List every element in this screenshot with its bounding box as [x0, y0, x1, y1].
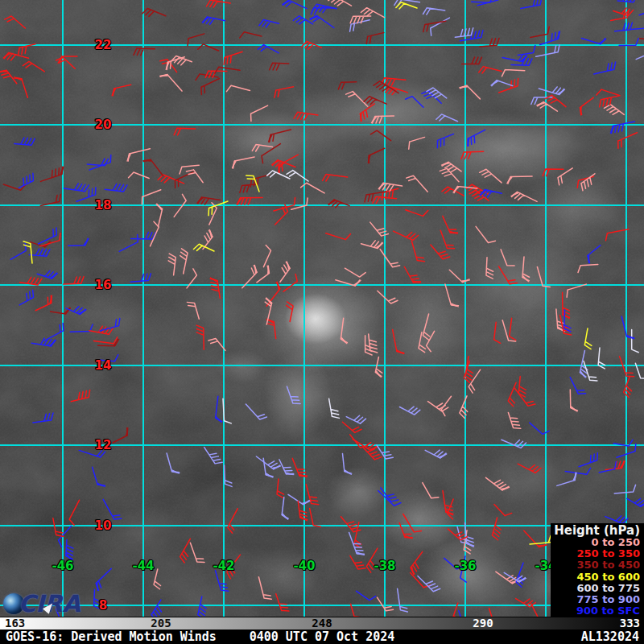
valid-time: 0400 UTC 07 Oct 2024: [250, 630, 395, 644]
wind-barb: [17, 44, 37, 56]
wind-barb: [179, 165, 200, 174]
wind-barb: [517, 45, 536, 55]
wind-barb: [341, 512, 361, 534]
wind-barb: [364, 95, 386, 110]
wind-barb: [31, 336, 56, 347]
wind-barb: [640, 31, 644, 41]
wind-barb: [522, 257, 531, 282]
wind-barb: [411, 239, 424, 263]
wind-barb: [423, 479, 439, 501]
wind-barb: [197, 597, 208, 617]
colorbar-tick-label: 248: [312, 617, 332, 630]
wind-barb: [69, 390, 91, 401]
wind-barb: [110, 85, 133, 96]
wind-barb: [584, 246, 605, 264]
wind-barb: [529, 27, 551, 37]
wind-barb: [453, 186, 477, 195]
wind-barb: [459, 83, 480, 104]
wind-barb: [570, 374, 585, 397]
wind-barb: [370, 129, 390, 147]
wind-barb: [150, 600, 167, 617]
wind-barb: [464, 130, 489, 147]
wind-barb: [423, 7, 445, 17]
wind-barb: [565, 284, 588, 297]
wind-barb: [502, 69, 524, 77]
wind-barb: [535, 45, 561, 56]
wind-barb: [287, 384, 300, 406]
wind-barb: [129, 171, 150, 185]
wind-barb: [443, 213, 458, 237]
wind-barb: [422, 314, 435, 340]
wind-barb: [491, 518, 503, 540]
wind-barb: [393, 328, 405, 356]
wind-barb: [530, 418, 549, 436]
longitude-label: -38: [374, 559, 395, 573]
wind-barb: [193, 243, 214, 258]
wind-barb: [275, 261, 292, 282]
wind-barb: [620, 354, 634, 379]
colorbar-tick-label: 163: [5, 617, 25, 630]
wind-barb: [555, 168, 576, 185]
wind-barb: [282, 497, 291, 520]
wind-barb: [204, 444, 222, 466]
wind-barb: [614, 485, 637, 493]
wind-barb: [171, 55, 192, 68]
wind-barb: [23, 60, 44, 77]
wind-barb: [479, 66, 502, 78]
wind-barb: [614, 23, 633, 31]
wind-barb: [486, 473, 510, 493]
wind-barb: [494, 500, 512, 518]
wind-barb: [65, 540, 73, 560]
wind-barb: [621, 315, 634, 341]
wind-barb: [497, 79, 521, 93]
wind-barb: [338, 82, 357, 89]
legend-entry: 900 to SFC: [551, 605, 640, 617]
wind-barb: [302, 40, 322, 54]
wind-barb: [350, 430, 368, 449]
latitude-label: 8: [99, 598, 107, 613]
wind-barb: [343, 453, 352, 476]
wind-barb: [519, 0, 543, 9]
wind-barb: [605, 103, 625, 121]
wind-barb: [288, 489, 310, 506]
storm-id-label: AL132024: [581, 630, 639, 644]
wind-barb: [406, 94, 423, 112]
wind-barb: [276, 592, 289, 613]
wind-barb: [126, 149, 152, 162]
wind-barb: [403, 510, 422, 535]
wind-barb: [326, 227, 351, 241]
wind-barb: [134, 48, 155, 56]
wind-barb: [570, 390, 577, 412]
wind-barb: [351, 602, 365, 617]
wind-barb: [283, 302, 294, 322]
wind-barb: [328, 198, 349, 212]
wind-barb: [622, 377, 636, 398]
wind-barb: [371, 116, 394, 123]
longitude-label: -36: [454, 559, 476, 573]
legend-entry: 350 to 450: [551, 559, 640, 571]
wind-barb: [93, 334, 117, 344]
wind-barb: [153, 569, 164, 589]
wind-barb: [635, 361, 644, 382]
wind-barb: [187, 167, 204, 187]
wind-barb: [502, 433, 526, 448]
wind-barb: [252, 144, 272, 154]
wind-barb: [167, 254, 176, 275]
wind-barb: [480, 167, 502, 188]
wind-barb: [226, 85, 250, 97]
wind-barb: [345, 262, 365, 279]
wind-barb: [605, 229, 630, 241]
wind-barb: [555, 473, 579, 485]
colorbar-tick-label: 205: [151, 617, 171, 630]
wind-barb: [190, 540, 204, 564]
legend-entry: 450 to 600: [551, 572, 640, 583]
wind-barb: [197, 229, 215, 250]
wind-barb: [279, 274, 299, 291]
wind-barb: [584, 359, 597, 383]
wind-barb: [476, 222, 495, 245]
legend-title: Height (hPa): [551, 525, 640, 537]
wind-barb: [226, 509, 244, 533]
product-title: GOES-16: Derived Motion Winds: [6, 630, 217, 644]
wind-barb: [130, 274, 151, 283]
wind-barb: [68, 238, 89, 246]
